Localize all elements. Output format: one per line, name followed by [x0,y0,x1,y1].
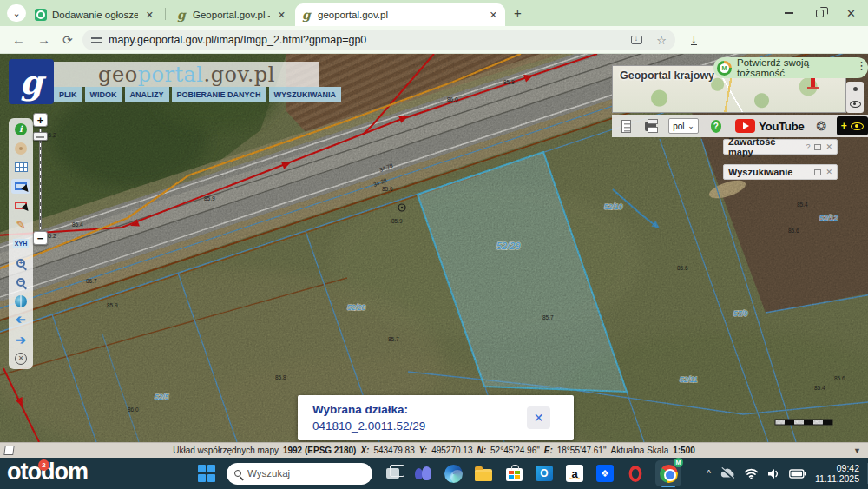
tray-chevron-icon[interactable]: ^ [707,469,711,479]
battery-icon[interactable] [789,469,806,479]
popup-close-button[interactable]: ✕ [527,406,550,429]
media-wheel-icon[interactable]: ❂ [816,119,826,133]
url-text: mapy.geoportal.gov.pl/imap/Imgp_2.html?g… [108,34,631,46]
map-label: 86.0 [447,96,458,102]
browser-menu-icon[interactable]: ⋮ [856,59,867,72]
install-app-icon[interactable] [631,36,642,44]
menu-pobieranie-danych[interactable]: POBIERANIE DANYCH [172,87,266,102]
tab-geoportal-info[interactable]: g Geoportal.gov.pl – Geoportal In ✕ [170,3,293,26]
avatar [717,61,732,76]
tab-close-icon[interactable]: ✕ [487,10,500,21]
geoportal-favicon: g [300,9,312,21]
map-label: 85.6 [382,186,393,192]
menu-wyszukiwania[interactable]: WYSZUKIWANIA [269,87,342,102]
tab-close-icon[interactable]: ✕ [143,10,156,21]
taskbar-search[interactable]: Wyszukaj [227,463,372,485]
outlook-icon: O [536,466,553,481]
edge-button[interactable] [443,463,464,484]
minimize-button[interactable] [785,12,793,14]
tool-previous-view[interactable]: ➔ [11,313,30,327]
menu-analizy[interactable]: ANALIZY [125,87,169,102]
tool-info[interactable]: i [11,122,30,136]
speaker-icon[interactable] [767,468,780,479]
tool-clear[interactable]: ✕ [11,351,30,366]
tool-history[interactable] [11,141,30,155]
language-select[interactable]: pol ⌄ [668,118,699,134]
e-value: 18°55'47.61" [557,446,607,455]
forward-button[interactable]: → [37,32,50,47]
address-bar[interactable]: mapy.geoportal.gov.pl/imap/Imgp_2.html?g… [82,30,675,50]
restore-button[interactable] [816,10,824,17]
opera-button[interactable] [625,463,646,484]
panel-map-contents[interactable]: Zawartość mapy ? ✕ [723,139,838,155]
chrome-button-active[interactable]: M [655,460,681,486]
map-label: 85.6 [788,228,799,234]
reload-button[interactable]: ⟳ [62,33,73,47]
tool-zoom-out[interactable]: − [11,274,30,289]
wifi-icon[interactable] [744,468,759,479]
downloads-icon[interactable]: ↓ [691,33,697,45]
tool-measure[interactable]: ✎ [11,217,30,232]
tab-search-chevron[interactable]: ⌄ [7,4,26,22]
bookmark-star-icon[interactable]: ☆ [656,34,667,47]
menu-widok[interactable]: WIDOK [85,87,122,102]
tool-attribute-table[interactable] [11,160,30,175]
tab-otodom[interactable]: Dodawanie ogłoszenia | Otodo ✕ [30,3,161,26]
legend-icon[interactable] [621,120,631,133]
tool-deselect[interactable] [11,198,30,213]
zoom-in-icon: + [16,259,25,268]
tool-zoom-in[interactable]: + [11,255,30,270]
zoom-slider-track[interactable] [39,129,42,230]
tab-geoportal-map[interactable]: g geoportal.gov.pl ✕ [295,3,505,26]
select-rectangle-blue-icon [15,182,27,190]
task-view-button[interactable] [382,463,403,484]
zoom-out-button[interactable]: − [33,231,48,245]
tab-title: Geoportal.gov.pl – Geoportal In [193,10,270,20]
outlook-button[interactable]: O [534,463,555,484]
tool-next-view[interactable]: ➔ [11,332,30,347]
zoom-slider-handle[interactable] [33,132,48,141]
onedrive-off-icon[interactable] [720,467,735,479]
new-tab-button[interactable]: + [514,5,522,20]
close-button[interactable]: ✕ [846,7,856,20]
status-chevron-icon[interactable]: ▼ [853,446,861,455]
accessibility-contrast-button[interactable]: + [837,116,868,135]
youtube-link[interactable]: YouTube [735,119,804,133]
chrome-profile-badge: M [674,458,683,467]
panel-maximize-icon[interactable] [814,144,821,150]
geoportal-logo[interactable]: g [9,59,54,104]
teams-button[interactable] [412,463,433,484]
tab-close-icon[interactable]: ✕ [275,10,288,21]
tool-xyh[interactable]: XYH [11,236,30,251]
taskbar-clock[interactable]: 09:42 11.11.2025 [815,463,859,484]
popup-parcel-id: 041810_2.0011.52/29 [312,420,425,433]
map-label: 85.6 [677,265,688,271]
profile-identity-button[interactable]: Potwierdź swoją tożsamość [713,57,868,78]
tool-full-extent[interactable] [11,294,30,308]
n-label: N: [477,446,486,455]
amazon-button[interactable]: a [564,463,585,484]
site-settings-icon[interactable] [91,36,102,44]
search-icon [234,470,241,477]
panel-search[interactable]: Wyszukiwanie ✕ [723,164,838,180]
menu-plik[interactable]: PLIK [54,87,82,102]
amazon-icon: a [566,465,583,482]
back-button[interactable]: ← [12,32,25,47]
otodom-favicon [35,9,47,21]
zoom-in-button[interactable]: + [33,113,48,127]
tool-select-parcel[interactable] [11,179,30,194]
eye-icon [850,101,861,108]
start-button[interactable] [196,463,217,484]
printer-icon[interactable] [645,122,656,131]
panel-help-icon[interactable]: ? [806,142,810,151]
help-button[interactable]: ? [711,120,721,133]
panel-close-icon[interactable]: ✕ [825,168,832,176]
panel-maximize-icon[interactable] [814,169,821,175]
panel-close-icon[interactable]: ✕ [825,142,832,151]
microsoft-store-button[interactable] [503,463,524,484]
map-label: 85.4 [814,385,825,391]
layer-visibility-strip[interactable] [846,82,864,113]
file-explorer-button[interactable] [473,463,494,484]
dropbox-button[interactable]: ❖ [595,463,615,484]
folder-icon [475,469,492,481]
